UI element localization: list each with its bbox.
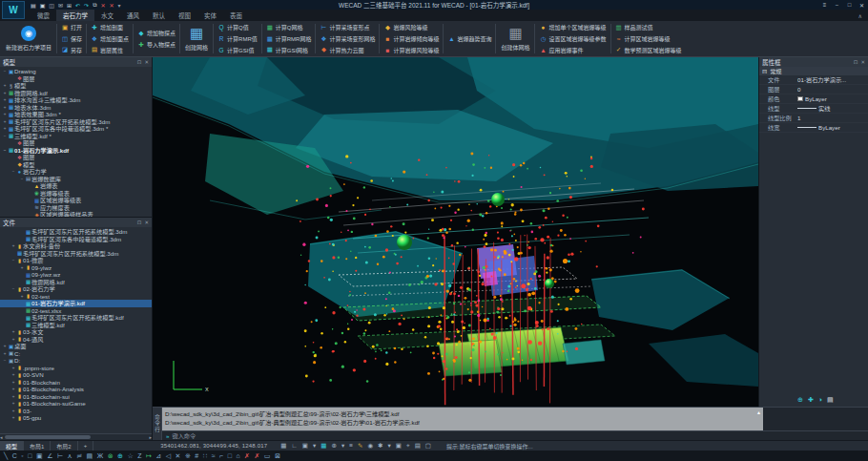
command-history[interactable]: D:\wecad_sdk_ky\3d_cad_2\bin_git\矿冶-典型例题… <box>162 408 763 430</box>
tree-item[interactable]: + ▮ .pnpm-store <box>0 365 152 372</box>
tree-item[interactable]: + ▦ 排水沟置斗三维模型.3dm <box>0 96 152 104</box>
tree-item[interactable]: + ▦ 微震网格.kdf <box>0 90 152 97</box>
history-scroll-icon[interactable]: ▲ <box>756 409 761 417</box>
tree-item[interactable]: − ● 岩石力学 <box>0 168 152 176</box>
tree-item[interactable]: ▦ 毛坪矿区河东各中段巷道模型.3dm <box>0 236 152 243</box>
viewport-3d[interactable]: X <box>153 57 758 407</box>
command-input[interactable]: » 键入命令 <box>162 430 868 440</box>
app-logo-icon[interactable]: W <box>2 1 25 19</box>
ribbon-button-岩爆趋势查询[interactable]: ▲岩爆趋势查询 <box>444 33 494 45</box>
status-icon-15[interactable]: ▢ <box>425 442 431 450</box>
snap-icon-24[interactable]: □ <box>228 452 232 459</box>
tree-item[interactable]: + ▮ 09-ylwz <box>0 264 152 272</box>
quick-icon-10[interactable]: ▾ <box>118 2 121 9</box>
properties-header-icons[interactable]: ⊡✕ <box>854 59 865 65</box>
layout-tab-模型[interactable]: 模型 <box>0 441 24 451</box>
snap-icon-17[interactable]: ◁ <box>166 452 171 460</box>
property-row[interactable]: 文件 01-岩石力学演示... <box>759 75 868 85</box>
tree-item[interactable]: − ▮ 02-岩石力学 <box>0 285 152 293</box>
layout-tab-布局2[interactable]: 布局2 <box>51 441 77 451</box>
property-row[interactable]: 线型比例 1 <box>759 114 868 123</box>
ribbon-button-增加剖面点[interactable]: ❖增加剖面点 <box>88 33 132 45</box>
tree-item[interactable]: ▦ 毛坪矿区河东片区开拓系统模型.3dm <box>0 250 152 258</box>
quick-icon-3[interactable]: ✉ <box>58 2 63 9</box>
status-icon-8[interactable]: ✎ <box>358 442 362 450</box>
ribbon-button-创建体网格[interactable]: ▦创建体网格 <box>497 22 533 55</box>
property-value[interactable]: 01-岩石力学演示... <box>797 75 868 84</box>
ribbon-button-样品测试值[interactable]: ▥样品测试值 <box>612 22 685 33</box>
tree-item[interactable]: + ▮ 03-水文 <box>0 328 152 336</box>
snap-icon-12[interactable]: ⊕ <box>117 452 123 460</box>
status-icon-6[interactable]: ▾ <box>341 442 344 450</box>
ribbon-button-导入物探点[interactable]: ✚导入物探点 <box>134 39 178 51</box>
property-value[interactable]: ByLayer <box>797 95 868 102</box>
tree-item[interactable]: ❖ 图层 <box>0 154 152 161</box>
ribbon-tab-默认[interactable]: 默认 <box>146 10 172 21</box>
ribbon-button-打开[interactable]: ▣打开 <box>58 22 85 33</box>
snap-icon-3[interactable]: □ <box>28 452 31 459</box>
quick-icon-5[interactable]: ↶ <box>75 2 80 9</box>
ribbon-button-设置区域岩爆等级参数[interactable]: ◷设置区域岩爆等级参数 <box>536 33 609 45</box>
ribbon-button-数学预测区域岩爆等级[interactable]: ✓数学预测区域岩爆等级 <box>612 44 685 55</box>
ribbon-button-保存[interactable]: ◫保存 <box>58 33 85 45</box>
ribbon-button-计算Q网格[interactable]: ▦计算Q网格 <box>263 22 315 33</box>
tree-item[interactable]: + § 模型 <box>0 82 152 90</box>
ribbon-button-增加剖面[interactable]: ✚增加剖面 <box>88 22 132 33</box>
tree-item[interactable]: ▦ 微震网格.kdf <box>0 279 152 286</box>
tree-item[interactable]: + ▮ 01-Blockchain-suiGame <box>0 400 152 408</box>
tree-item[interactable]: + ▮ 01-Blockchain <box>0 379 152 387</box>
snap-icon-25[interactable]: ⌂ <box>236 452 239 459</box>
ribbon-button-计算岩爆倾向等级[interactable]: ■计算岩爆倾向等级 <box>381 33 442 45</box>
ribbon-button-计算区域岩爆等级[interactable]: ≈计算区域岩爆等级 <box>612 33 685 45</box>
tree-item[interactable]: ❖ 图层 <box>0 75 152 83</box>
snap-icon-22[interactable]: ≈ <box>212 452 216 459</box>
command-side-tab[interactable]: 命令行 <box>153 408 162 440</box>
tree-item[interactable]: + ▮ 05-gpu <box>0 414 152 422</box>
quick-icon-1[interactable]: ▣ <box>40 2 46 9</box>
tree-item[interactable]: ▦ 09-ylwz.wz <box>0 271 152 279</box>
nav-icon-1[interactable]: ✚ <box>808 396 814 404</box>
tree-item[interactable]: + ▦ 地表水体.3dm <box>0 104 152 112</box>
tree-item[interactable]: + ▦ 地表效果图.3dm * <box>0 111 152 118</box>
snap-icon-4[interactable]: ▣ <box>36 452 43 460</box>
snap-icon-10[interactable]: Ж <box>97 452 103 459</box>
property-row[interactable]: 图层 0 <box>759 85 868 94</box>
snap-icon-19[interactable]: ※ <box>185 452 191 460</box>
tree-item[interactable]: + ▣ 桌面 <box>0 343 152 350</box>
viewport-canvas[interactable]: X <box>153 57 758 407</box>
snap-icon-15[interactable]: ↦ <box>146 452 152 460</box>
quick-icon-0[interactable]: ▤ <box>31 2 36 9</box>
status-icon-2[interactable]: ▣ <box>302 442 308 450</box>
snap-icon-23[interactable]: ⌐ <box>219 452 223 459</box>
property-row[interactable]: 线型 实线 <box>759 104 868 114</box>
ribbon-button-增加物探点[interactable]: ◆增加物探点 <box>134 28 178 39</box>
tree-item[interactable]: ▦ 三维模型.kdf <box>0 322 152 329</box>
tree-item[interactable]: ◉ 岩爆等级表 <box>0 190 152 198</box>
layout-tab-+[interactable]: + <box>78 441 94 451</box>
maximize-button[interactable]: □ <box>843 2 856 9</box>
tree-item[interactable]: ▦ 02-test.xlsx <box>0 307 152 315</box>
snap-icon-26[interactable]: ✗ <box>244 452 250 460</box>
minimize-button[interactable]: − <box>831 2 843 9</box>
ribbon-button-计算采场变形网格[interactable]: ❖计算采场变形网格 <box>317 33 378 45</box>
property-value[interactable]: 1 <box>797 115 868 121</box>
status-icon-0[interactable]: ▦ <box>280 442 286 450</box>
ribbon-tab-表面[interactable]: 表面 <box>223 10 249 21</box>
tree-item[interactable]: + ▮ 00-SVN <box>0 371 152 379</box>
snap-icon-13[interactable]: ☆ <box>127 452 133 460</box>
snap-icon-14[interactable]: Z <box>137 452 141 459</box>
tree-item[interactable]: − ▦ 三维模型.kdf * <box>0 133 152 140</box>
ribbon-tab-视图[interactable]: 视图 <box>172 10 197 21</box>
ribbon-button-计算采场变形点[interactable]: ⊢计算采场变形点 <box>317 22 378 33</box>
file-panel-header-icons[interactable]: ⊡✕ <box>137 220 149 225</box>
status-icon-3[interactable]: ▾ <box>313 442 316 450</box>
property-value[interactable]: 实线 <box>797 104 868 113</box>
tree-item[interactable]: ▦ 毛坪矿区河东片区开拓系统模型.kdf <box>0 314 152 322</box>
status-icon-13[interactable]: ⌖ <box>406 442 410 450</box>
ribbon-button-应用岩爆事件[interactable]: ▲应用岩爆事件 <box>536 44 609 55</box>
tree-item[interactable]: + ▦ 毛坪矿区河东各中段巷道模型.3dm * <box>0 125 152 133</box>
tree-item[interactable]: ▲ 岩爆表 <box>0 182 152 190</box>
quick-icon-9[interactable]: ✕ <box>109 2 114 9</box>
snap-icon-28[interactable]: ▭ <box>264 452 271 460</box>
snap-icon-5[interactable]: ∠ <box>47 452 52 460</box>
